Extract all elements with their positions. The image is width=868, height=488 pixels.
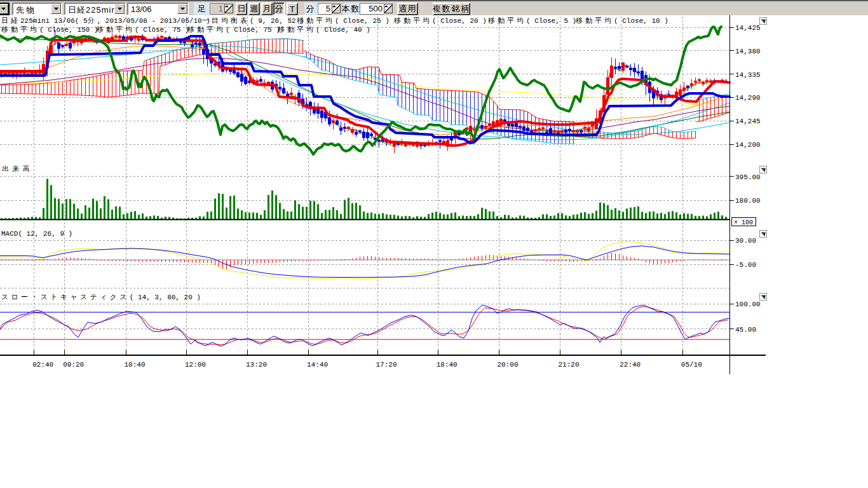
svg-text:45.00: 45.00 bbox=[735, 326, 756, 334]
svg-text:100.00: 100.00 bbox=[735, 301, 761, 308]
svg-text:スロー・ストキャスティクス( 14, 3, 80, 20 ): スロー・ストキャスティクス( 14, 3, 80, 20 ) bbox=[1, 294, 201, 301]
svg-text:移動平均( Close, 10 ): 移動平均( Close, 10 ) bbox=[576, 17, 668, 25]
svg-text:21:20: 21:20 bbox=[559, 361, 580, 369]
svg-text:30.00: 30.00 bbox=[735, 237, 756, 245]
svg-text:20:00: 20:00 bbox=[498, 361, 519, 369]
svg-text:移動平均( Close, 150 ): 移動平均( Close, 150 ) bbox=[1, 25, 98, 34]
svg-text:移動平均( Close, 20 ): 移動平均( Close, 20 ) bbox=[394, 17, 487, 25]
svg-text:14:40: 14:40 bbox=[307, 361, 328, 369]
svg-text:× 100: × 100 bbox=[734, 219, 753, 226]
svg-text:-5.00: -5.00 bbox=[735, 261, 756, 269]
svg-text:一目均衡表( 9, 26, 52 ): 一目均衡表( 9, 26, 52 ) bbox=[202, 17, 304, 25]
svg-text:12:00: 12:00 bbox=[185, 361, 206, 369]
svg-text:14,290: 14,290 bbox=[735, 94, 761, 102]
svg-text:移動平均( Close, 75 ): 移動平均( Close, 75 ) bbox=[187, 25, 280, 34]
svg-text:17:20: 17:20 bbox=[376, 361, 397, 369]
svg-text:MACD( 12, 26, 9 ): MACD( 12, 26, 9 ) bbox=[1, 230, 72, 238]
svg-text:02:40: 02:40 bbox=[32, 361, 53, 369]
svg-text:10:40: 10:40 bbox=[125, 361, 146, 369]
svg-text:14,200: 14,200 bbox=[735, 141, 761, 149]
svg-text:180.00: 180.00 bbox=[735, 197, 761, 205]
svg-text:22:40: 22:40 bbox=[620, 361, 641, 369]
svg-text:14,425: 14,425 bbox=[735, 24, 761, 32]
svg-text:移動平均( Close, 40 ): 移動平均( Close, 40 ) bbox=[278, 25, 370, 34]
svg-text:18:40: 18:40 bbox=[437, 361, 458, 369]
svg-text:05/10: 05/10 bbox=[681, 361, 702, 369]
svg-text:移動平均( Close, 5 ): 移動平均( Close, 5 ) bbox=[488, 17, 576, 25]
svg-text:09:20: 09:20 bbox=[63, 361, 84, 369]
svg-text:14,245: 14,245 bbox=[735, 118, 761, 125]
svg-text:出来高: 出来高 bbox=[2, 165, 33, 173]
svg-text:395.00: 395.00 bbox=[735, 173, 761, 181]
svg-text:移動平均( Close, 75 ): 移動平均( Close, 75 ) bbox=[97, 25, 189, 34]
svg-text:日経225mini 13/06( 5分, 2013/05/0: 日経225mini 13/06( 5分, 2013/05/08 - 2013/0… bbox=[1, 17, 210, 25]
svg-text:14,335: 14,335 bbox=[735, 71, 761, 79]
svg-text:14,380: 14,380 bbox=[735, 48, 761, 55]
svg-text:13:20: 13:20 bbox=[246, 361, 267, 369]
svg-text:移動平均( Close, 25 ): 移動平均( Close, 25 ) bbox=[297, 17, 390, 25]
